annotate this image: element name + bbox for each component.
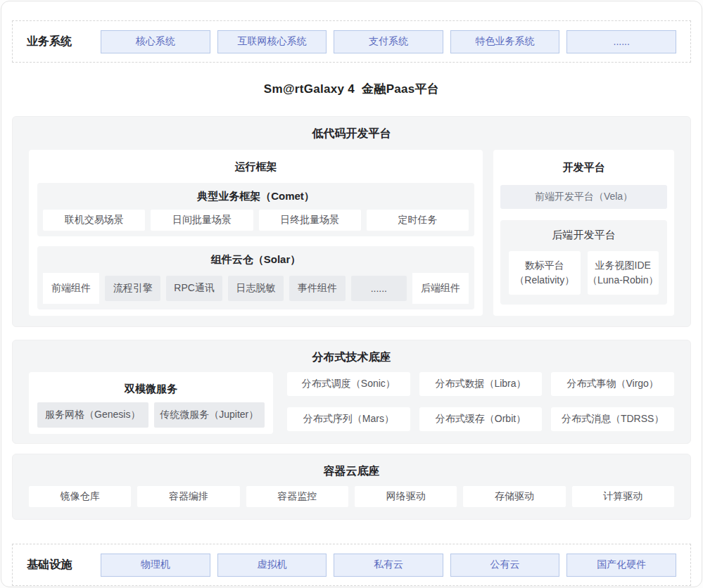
chip-special-business-system: 特色业务系统 bbox=[450, 30, 560, 53]
card-distributed-sequence-mars: 分布式序列（Mars） bbox=[287, 407, 410, 431]
card-data-standard-platform-relativity: 数标平台 （Relativity） bbox=[509, 251, 581, 295]
card-distributed-scheduling-sonic: 分布式调度（Sonic） bbox=[287, 372, 410, 396]
card-line2: （Luna-Robin） bbox=[588, 273, 658, 288]
chip-rpc-communication: RPC通讯 bbox=[166, 276, 222, 301]
business-systems-row: 业务系统 核心系统 互联网核心系统 支付系统 特色业务系统 ...... bbox=[12, 20, 691, 63]
chip-end-of-day-batch-scene: 日终批量场景 bbox=[259, 210, 361, 231]
chip-container-orchestration: 容器编排 bbox=[137, 486, 239, 507]
card-distributed-data-libra: 分布式数据（Libra） bbox=[419, 372, 543, 396]
card-distributed-transaction-virgo: 分布式事物（Virgo） bbox=[551, 372, 674, 396]
card-line2: （Relativity） bbox=[514, 273, 574, 288]
chip-container-monitoring: 容器监控 bbox=[246, 486, 348, 507]
chip-service-mesh-genesis: 服务网格（Genesis） bbox=[37, 402, 148, 428]
chip-more-systems-ellipsis: ...... bbox=[566, 30, 676, 53]
business-systems-chips: 核心系统 互联网核心系统 支付系统 特色业务系统 ...... bbox=[101, 30, 676, 53]
chip-intraday-batch-scene: 日间批量场景 bbox=[151, 210, 253, 231]
chip-image-registry: 镜像仓库 bbox=[29, 486, 131, 507]
chip-public-cloud: 公有云 bbox=[450, 554, 560, 577]
comet-framework-title: 典型业务框架（Comet） bbox=[43, 188, 469, 210]
chip-internet-core-system: 互联网核心系统 bbox=[217, 30, 327, 53]
distributed-base-title: 分布式技术底座 bbox=[29, 340, 674, 364]
chip-network-driver: 网络驱动 bbox=[355, 486, 457, 507]
card-line1: 数标平台 bbox=[525, 258, 564, 273]
chip-physical-machine: 物理机 bbox=[101, 554, 210, 577]
chip-compute-driver: 计算驱动 bbox=[572, 486, 674, 507]
chip-domestic-hardware: 国产化硬件 bbox=[566, 554, 676, 577]
chip-virtual-machine: 虚拟机 bbox=[217, 554, 327, 577]
container-base-section: 容器云底座 镜像仓库 容器编排 容器监控 网络驱动 存储驱动 计算驱动 bbox=[12, 454, 691, 520]
chip-event-component: 事件组件 bbox=[289, 276, 345, 301]
chip-process-engine: 流程引擎 bbox=[105, 276, 160, 301]
card-line1: 业务视图IDE bbox=[595, 258, 651, 273]
infrastructure-row: 基础设施 物理机 虚拟机 私有云 公有云 国产化硬件 bbox=[12, 544, 691, 586]
dev-platform-title: 开发平台 bbox=[500, 157, 667, 181]
dev-platform-panel: 开发平台 前端开发平台（Vela） 后端开发平台 数标平台 （Relativit… bbox=[493, 150, 674, 316]
chip-storage-driver: 存储驱动 bbox=[463, 486, 565, 507]
card-business-view-ide-luna-robin: 业务视图IDE （Luna-Robin） bbox=[588, 251, 659, 295]
architecture-diagram: 业务系统 核心系统 互联网核心系统 支付系统 特色业务系统 ...... Sm@… bbox=[1, 1, 702, 587]
low-code-platform-title: 低代码开发平台 bbox=[29, 117, 674, 140]
distributed-cards-grid: 分布式调度（Sonic） 分布式数据（Libra） 分布式事物（Virgo） 分… bbox=[287, 372, 674, 434]
chip-more-components-ellipsis: ...... bbox=[351, 276, 407, 301]
backend-dev-platform-title: 后端开发平台 bbox=[509, 229, 659, 251]
chip-scheduled-task: 定时任务 bbox=[367, 210, 469, 231]
solar-component-panel: 组件云仓（Solar） 前端组件 流程引擎 RPC通讯 日志脱敏 事件组件 ..… bbox=[37, 246, 474, 309]
dual-mode-microservice-panel: 双模微服务 服务网格（Genesis） 传统微服务（Jupiter） bbox=[29, 372, 273, 434]
business-systems-label: 业务系统 bbox=[27, 34, 89, 49]
dual-mode-microservice-title: 双模微服务 bbox=[37, 378, 265, 402]
runtime-framework-panel: 运行框架 典型业务框架（Comet） 联机交易场景 日间批量场景 日终批量场景 … bbox=[29, 150, 483, 316]
backend-dev-platform-panel: 后端开发平台 数标平台 （Relativity） 业务视图IDE （Luna-R… bbox=[500, 220, 667, 305]
chip-backend-components: 后端组件 bbox=[412, 273, 469, 304]
solar-component-title: 组件云仓（Solar） bbox=[43, 252, 469, 273]
distributed-base-section: 分布式技术底座 双模微服务 服务网格（Genesis） 传统微服务（Jupite… bbox=[12, 340, 691, 444]
chip-payment-system: 支付系统 bbox=[334, 30, 443, 53]
card-distributed-message-tdrss: 分布式消息（TDRSS） bbox=[551, 407, 674, 431]
runtime-framework-title: 运行框架 bbox=[37, 156, 474, 180]
comet-framework-panel: 典型业务框架（Comet） 联机交易场景 日间批量场景 日终批量场景 定时任务 bbox=[37, 183, 474, 236]
chip-log-masking: 日志脱敏 bbox=[228, 276, 284, 301]
infrastructure-chips: 物理机 虚拟机 私有云 公有云 国产化硬件 bbox=[101, 554, 676, 577]
chip-frontend-components: 前端组件 bbox=[43, 273, 99, 304]
container-base-title: 容器云底座 bbox=[29, 454, 674, 478]
platform-title: Sm@rtGalaxy 4 金融Paas平台 bbox=[12, 81, 691, 97]
low-code-platform-section: 低代码开发平台 运行框架 典型业务框架（Comet） 联机交易场景 日间批量场景… bbox=[12, 116, 691, 327]
chip-online-transaction-scene: 联机交易场景 bbox=[43, 210, 145, 231]
chip-private-cloud: 私有云 bbox=[334, 554, 443, 577]
infrastructure-label: 基础设施 bbox=[27, 558, 89, 573]
chip-traditional-microservice-jupiter: 传统微服务（Jupiter） bbox=[154, 402, 265, 428]
chip-core-system: 核心系统 bbox=[101, 30, 210, 53]
chip-frontend-dev-platform-vela: 前端开发平台（Vela） bbox=[500, 185, 667, 209]
card-distributed-cache-orbit: 分布式缓存（Orbit） bbox=[419, 407, 543, 431]
